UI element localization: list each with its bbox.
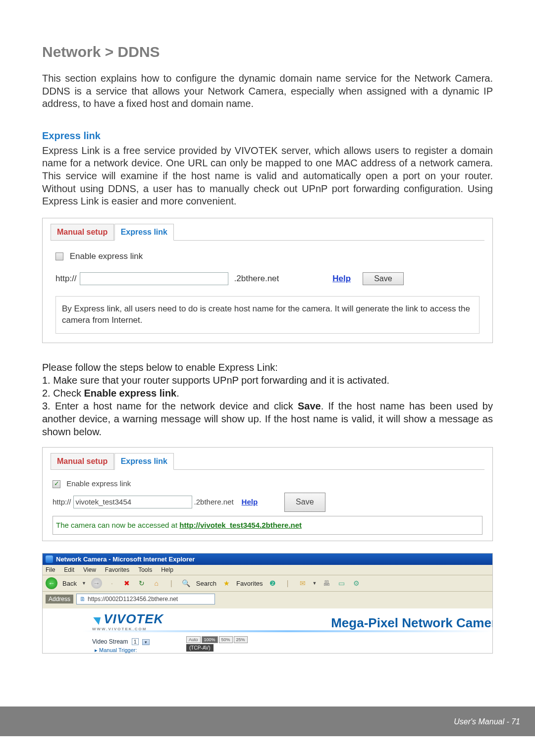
hostname-input-filled[interactable]: vivotek_test3454	[73, 496, 192, 508]
menu-favorites[interactable]: Favorites	[105, 566, 129, 573]
zoom-25[interactable]: 25%	[234, 636, 248, 643]
generated-url-link[interactable]: http://vivotek_test3454.2bthere.net	[179, 521, 302, 529]
enable-express-link-label-2: Enable express link	[66, 479, 131, 488]
page-number: User's Manual - 71	[454, 717, 520, 726]
camera-title: Mega-Pixel Network Camer	[331, 615, 492, 631]
tab-express-link-2[interactable]: Express link	[114, 453, 174, 470]
edit-icon[interactable]: ▭	[336, 578, 346, 588]
media-icon[interactable]: ❷	[268, 578, 278, 588]
enable-express-link-checkbox[interactable]	[55, 252, 63, 260]
success-message: The camera can now be accessed at http:/…	[53, 516, 482, 535]
ie-logo-icon	[46, 555, 53, 563]
section-heading: Express link	[42, 130, 493, 142]
zoom-100[interactable]: 100%	[202, 636, 218, 643]
url-suffix: .2bthere.net	[234, 274, 279, 284]
page-title: Network > DDNS	[42, 44, 493, 60]
intro-paragraph: This section explains how to configure t…	[42, 72, 493, 110]
ie-toolbar: ← Back▼ → · ✖ ↻ ⌂ | 🔍 Search ★ Favorites…	[43, 575, 492, 592]
page-icon: 🗎	[80, 596, 86, 603]
search-label[interactable]: Search	[196, 580, 216, 587]
help-link[interactable]: Help	[332, 274, 351, 284]
hostname-input[interactable]	[80, 272, 228, 285]
save-button[interactable]: Save	[363, 272, 403, 285]
enable-express-link-label: Enable express link	[70, 252, 143, 261]
tab-express-link[interactable]: Express link	[114, 224, 174, 241]
ie-titlebar: Network Camera - Microsoft Internet Expl…	[43, 554, 492, 565]
dropdown-icon[interactable]: ▾	[142, 639, 150, 645]
header-bar: VIVOTEK	[0, 0, 535, 17]
zoom-buttons: Auto 100% 50% 25%	[186, 636, 248, 643]
protocol-label: (TCP-AV)	[186, 644, 214, 652]
step-2: 2. Check Enable express link.	[42, 387, 493, 400]
menu-help[interactable]: Help	[161, 566, 173, 573]
print-icon[interactable]: 🖶	[321, 578, 331, 588]
tab-manual-setup[interactable]: Manual setup	[51, 224, 114, 240]
enable-express-link-checkbox-checked[interactable]: ✓	[53, 480, 60, 488]
back-icon[interactable]: ←	[46, 577, 57, 589]
url-prefix: http://	[55, 274, 77, 284]
forward-icon[interactable]: →	[91, 578, 102, 589]
help-link-2[interactable]: Help	[242, 495, 258, 509]
back-label[interactable]: Back	[62, 580, 77, 587]
video-stream-label: Video Stream 1 ▾	[92, 638, 150, 645]
menu-view[interactable]: View	[83, 566, 96, 573]
menu-edit[interactable]: Edit	[64, 566, 74, 573]
search-icon[interactable]: 🔍	[181, 578, 191, 588]
zoom-auto[interactable]: Auto	[186, 636, 201, 643]
research-icon[interactable]: ⚙	[351, 578, 361, 588]
mail-icon[interactable]: ✉	[298, 578, 308, 588]
menu-file[interactable]: File	[46, 566, 55, 573]
address-label: Address	[46, 595, 73, 604]
home-icon[interactable]: ⌂	[152, 578, 161, 588]
steps-block: Please follow the steps below to enable …	[42, 361, 493, 438]
zoom-50[interactable]: 50%	[219, 636, 233, 643]
hint-box: By Express link, all users need to do is…	[55, 296, 480, 334]
manual-trigger-label[interactable]: ▸ Manual Trigger:	[95, 647, 137, 653]
vivotek-logo: ◥ VIVOTEK WWW.VIVOTEK.COM	[92, 611, 163, 631]
address-field[interactable]: 🗎 https://0002D1123456.2bthere.net	[76, 594, 215, 605]
favorites-icon[interactable]: ★	[221, 578, 231, 588]
save-button-2[interactable]: Save	[284, 493, 325, 511]
tab-manual-setup-2[interactable]: Manual setup	[51, 453, 114, 469]
express-link-panel-checked: Manual setup Express link ✓ Enable expre…	[42, 447, 493, 541]
step-3: 3. Enter a host name for the network dev…	[42, 400, 493, 438]
menu-tools[interactable]: Tools	[138, 566, 152, 573]
steps-intro: Please follow the steps below to enable …	[42, 361, 493, 374]
url-suffix-2: .2bthere.net	[194, 495, 234, 509]
refresh-icon[interactable]: ↻	[137, 578, 147, 588]
ie-browser-screenshot: Network Camera - Microsoft Internet Expl…	[42, 553, 493, 654]
url-prefix-2: http://	[53, 495, 71, 509]
ie-menubar: File Edit View Favorites Tools Help	[43, 565, 492, 575]
favorites-label[interactable]: Favorites	[236, 580, 263, 587]
video-stream-select[interactable]: 1	[132, 638, 139, 645]
express-link-panel-unchecked: Manual setup Express link Enable express…	[42, 218, 493, 343]
ie-addressbar: Address 🗎 https://0002D1123456.2bthere.n…	[43, 592, 492, 608]
ie-viewport: ◥ VIVOTEK WWW.VIVOTEK.COM Mega-Pixel Net…	[43, 608, 492, 653]
stop-icon[interactable]: ✖	[122, 578, 132, 588]
step-1: 1. Make sure that your router supports U…	[42, 374, 493, 387]
section-body: Express Link is a free service provided …	[42, 145, 493, 208]
brand-label: VIVOTEK	[483, 29, 520, 39]
